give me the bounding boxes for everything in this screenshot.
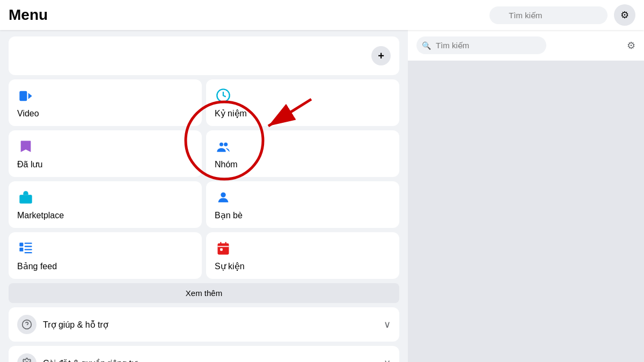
ban_be-icon (215, 189, 232, 206)
page-title: Menu (9, 6, 48, 24)
section-item-help[interactable]: Trợ giúp & hỗ trợ∨ (9, 307, 399, 342)
right-search-area: 🔍 ⚙ (408, 30, 644, 61)
header-search-wrapper: 🔍 (489, 6, 608, 24)
svg-point-3 (219, 142, 223, 146)
sections-container: Trợ giúp & hỗ trợ∨Cài đặt & quyền riêng … (9, 307, 399, 362)
menu-item-ky_niem[interactable]: Kỷ niệm (206, 79, 399, 126)
header-gear-button[interactable]: ⚙ (614, 4, 635, 26)
svg-rect-5 (19, 195, 32, 203)
header-search-input[interactable] (489, 6, 608, 24)
settings-chevron: ∨ (384, 357, 391, 362)
profile-card: + (9, 36, 399, 75)
menu-item-su_kien[interactable]: Sự kiện (206, 232, 399, 279)
bang_feed-label: Bảng feed (17, 261, 193, 271)
marketplace-icon (17, 189, 34, 206)
svg-point-8 (221, 193, 225, 197)
menu-item-da_luu[interactable]: Đã lưu (9, 130, 202, 177)
video-label: Video (17, 109, 193, 119)
video-icon (17, 87, 34, 105)
ky_niem-icon (215, 87, 232, 104)
section-left-help: Trợ giúp & hỗ trợ (17, 315, 108, 334)
su_kien-label: Sự kiện (215, 261, 391, 271)
menu-item-ban_be[interactable]: Bạn bè (206, 181, 399, 228)
section-item-settings[interactable]: Cài đặt & quyền riêng tư∨ (9, 346, 399, 362)
see-more-button[interactable]: Xem thêm (9, 283, 399, 303)
right-gear-icon[interactable]: ⚙ (627, 40, 635, 51)
help-icon (17, 315, 36, 334)
nhom-label: Nhóm (215, 160, 391, 169)
right-panel: 🔍 ⚙ (408, 30, 644, 362)
right-search-icon: 🔍 (422, 41, 431, 50)
menu-item-bang_feed[interactable]: Bảng feed (9, 232, 202, 279)
svg-rect-12 (25, 246, 32, 247)
svg-point-4 (224, 142, 228, 146)
settings-label: Cài đặt & quyền riêng tư (43, 358, 137, 363)
ky_niem-label: Kỷ niệm (215, 108, 391, 119)
svg-rect-11 (25, 243, 32, 244)
svg-rect-14 (25, 252, 32, 253)
ban_be-label: Bạn bè (215, 210, 391, 220)
svg-rect-0 (19, 91, 27, 101)
svg-rect-19 (220, 248, 223, 251)
menu-item-video[interactable]: Video (9, 79, 202, 126)
bang_feed-icon (17, 240, 34, 257)
da_luu-icon (17, 138, 34, 155)
right-search-wrapper: 🔍 (416, 36, 623, 54)
section-left-settings: Cài đặt & quyền riêng tư (17, 353, 137, 362)
menu-item-marketplace[interactable]: Marketplace (9, 181, 202, 228)
menu-grid: VideoKỷ niệmĐã lưuNhómMarketplaceBạn bèB… (9, 79, 399, 279)
settings-icon (17, 353, 36, 362)
help-label: Trợ giúp & hỗ trợ (43, 320, 108, 330)
svg-rect-10 (19, 248, 23, 252)
add-button[interactable]: + (371, 46, 391, 65)
nhom-icon (215, 138, 232, 156)
help-chevron: ∨ (384, 319, 391, 330)
su_kien-icon (215, 240, 232, 257)
svg-marker-1 (28, 93, 32, 99)
svg-rect-15 (218, 243, 229, 255)
left-panel: + VideoKỷ niệmĐã lưuNhómMarketplaceBạn b… (0, 30, 408, 362)
right-content (408, 61, 644, 362)
da_luu-label: Đã lưu (17, 159, 193, 169)
marketplace-label: Marketplace (17, 211, 193, 220)
svg-rect-13 (25, 249, 32, 250)
menu-item-nhom[interactable]: Nhóm (206, 130, 399, 177)
right-search-input[interactable] (416, 36, 546, 54)
svg-rect-9 (19, 243, 23, 247)
